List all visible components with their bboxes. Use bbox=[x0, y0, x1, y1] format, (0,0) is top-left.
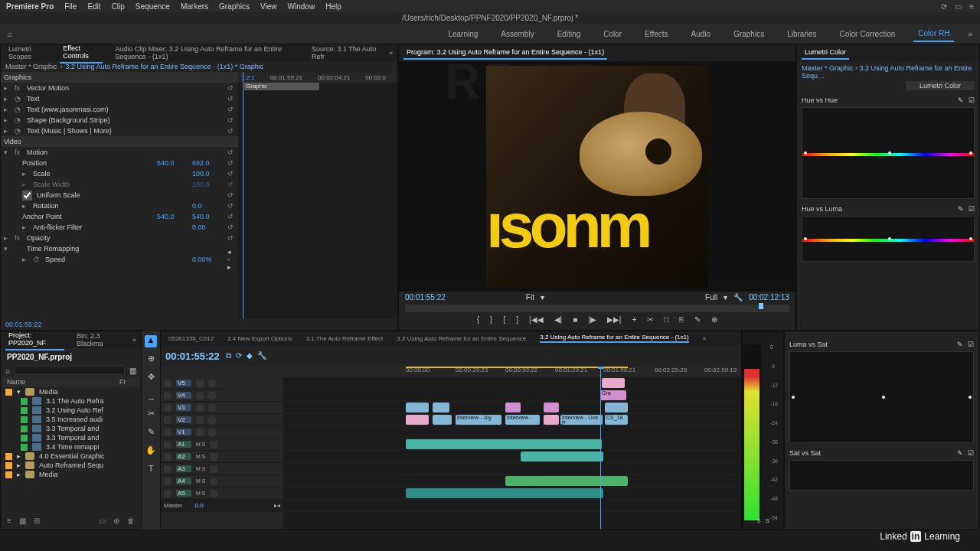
ws-color[interactable]: Color bbox=[599, 27, 626, 41]
tl-tab-3[interactable]: 3.2 Using Auto Reframe for an Entire Seq… bbox=[397, 335, 526, 342]
ec-mini-playhead[interactable] bbox=[243, 72, 243, 319]
ec-footer-timecode[interactable]: 00:01:55:22 bbox=[1, 319, 397, 330]
eyedropper-icon[interactable]: ✎ bbox=[958, 205, 964, 213]
audio-clip[interactable] bbox=[505, 476, 628, 486]
tab-effect-controls[interactable]: Effect Controls bbox=[60, 42, 103, 64]
ec-seq-link[interactable]: 3.2 Using Auto Reframe for an Entire Seq… bbox=[66, 63, 264, 70]
program-scrub-head[interactable] bbox=[759, 303, 763, 309]
tab-lumetri-color[interactable]: Lumetri Color bbox=[802, 46, 849, 60]
step-back-button[interactable]: |◀◀ bbox=[529, 315, 544, 324]
ec-scale-value[interactable]: 100.0 bbox=[192, 170, 223, 178]
type-tool[interactable]: T bbox=[145, 464, 157, 476]
track-lock[interactable] bbox=[164, 441, 172, 448]
ws-color-correction[interactable]: Color Correction bbox=[835, 27, 900, 41]
clip[interactable]: Interview - Joy bbox=[456, 415, 501, 425]
step-fwd-button[interactable]: ▶▶| bbox=[607, 315, 622, 324]
mac-menu-file[interactable]: File bbox=[64, 2, 77, 11]
ws-learning[interactable]: Learning bbox=[443, 27, 482, 41]
program-left-timecode[interactable]: 00:01:55:22 bbox=[405, 293, 446, 302]
settings-button[interactable]: ✎ bbox=[694, 315, 701, 324]
mac-menu-view[interactable]: View bbox=[260, 2, 277, 11]
track-v5[interactable]: V5 bbox=[176, 380, 191, 386]
new-item-button[interactable]: ⊕ bbox=[113, 517, 119, 525]
tab-audio-clip-mixer[interactable]: Audio Clip Mixer: 3.2 Using Auto Reframe… bbox=[112, 43, 299, 63]
audio-clip[interactable] bbox=[406, 488, 603, 498]
clip[interactable] bbox=[406, 415, 429, 425]
tl-tab-4[interactable]: 3.2 Using Auto Reframe for an Entire Seq… bbox=[540, 334, 688, 343]
ec-rotation-value[interactable]: 0.0 bbox=[192, 202, 223, 210]
ec-time-remapping[interactable]: Time Remapping bbox=[27, 245, 235, 253]
ec-text-url[interactable]: Text (www.jasonmasi.com) bbox=[27, 106, 223, 113]
track-lock[interactable] bbox=[164, 404, 172, 412]
mac-menu-markers[interactable]: Markers bbox=[181, 2, 208, 11]
mac-menu-window[interactable]: Window bbox=[288, 2, 315, 11]
col-name[interactable]: Name bbox=[7, 378, 119, 386]
track-a2[interactable]: A2 bbox=[176, 453, 191, 460]
proj-item[interactable]: ▸Auto Reframed Sequ bbox=[2, 461, 139, 470]
ws-effects[interactable]: Effects bbox=[640, 27, 672, 41]
lane-master[interactable] bbox=[283, 500, 741, 512]
mac-menu-clip[interactable]: Clip bbox=[112, 2, 125, 11]
track-eye[interactable] bbox=[196, 380, 204, 387]
proj-item[interactable]: ▸4.0 Essential Graphic bbox=[2, 452, 139, 461]
proj-item[interactable]: ▾Media bbox=[2, 387, 139, 396]
ec-uniform-scale-checkbox[interactable] bbox=[22, 191, 32, 201]
timeline-playhead[interactable] bbox=[600, 367, 601, 529]
chevron-down-icon[interactable]: ▾ bbox=[541, 293, 544, 302]
eyedropper-icon[interactable]: ✎ bbox=[958, 96, 964, 104]
clip[interactable] bbox=[605, 403, 628, 412]
lane-a4[interactable] bbox=[283, 475, 741, 487]
linked-toggle[interactable]: ⟳ bbox=[236, 351, 242, 360]
wrench-icon[interactable]: 🔧 bbox=[257, 351, 266, 360]
ec-opacity[interactable]: Opacity bbox=[27, 234, 223, 242]
ws-more[interactable]: » bbox=[968, 30, 972, 38]
ec-vector-motion[interactable]: Vector Motion bbox=[27, 84, 223, 92]
lane-v5[interactable] bbox=[283, 377, 741, 390]
tabs-more-icon[interactable]: » bbox=[703, 335, 706, 342]
timeline-ruler[interactable]: 00:00:00 00:00:29:23 00:00:59:22 00:01:2… bbox=[283, 367, 741, 377]
mac-menu-graphics[interactable]: Graphics bbox=[219, 2, 250, 11]
lane-a5[interactable] bbox=[283, 487, 741, 500]
eyedropper-icon[interactable]: ✎ bbox=[957, 341, 963, 348]
lane-v2[interactable]: Interview - Joy Interview - Interview - … bbox=[283, 414, 741, 426]
toggle-icon[interactable]: ☑ bbox=[968, 341, 974, 348]
icon-view-icon[interactable]: ▦ bbox=[19, 517, 26, 525]
lift-button[interactable]: + bbox=[632, 315, 636, 324]
ec-mini-clip[interactable]: Graphic bbox=[243, 83, 319, 90]
freeform-view-icon[interactable]: ⊞ bbox=[34, 517, 40, 525]
lane-a1[interactable] bbox=[283, 439, 741, 451]
track-master[interactable]: Master bbox=[164, 502, 182, 509]
ec-position-y[interactable]: 692.0 bbox=[192, 159, 223, 167]
ec-motion[interactable]: Motion bbox=[27, 148, 223, 156]
track-v1[interactable]: V1 bbox=[176, 429, 191, 435]
track-v3[interactable]: V3 bbox=[176, 404, 191, 411]
track-lock[interactable] bbox=[164, 380, 172, 387]
frame-fwd-button[interactable]: |▶ bbox=[588, 315, 596, 324]
tabs-more-icon[interactable]: » bbox=[389, 49, 393, 57]
track-v2[interactable]: V2 bbox=[176, 416, 191, 423]
hue-vs-luma-curve[interactable] bbox=[802, 216, 975, 262]
ws-libraries[interactable]: Libraries bbox=[782, 27, 821, 41]
lane-a2[interactable] bbox=[283, 451, 741, 463]
proj-item[interactable]: 3.3 Temporal and bbox=[2, 433, 139, 442]
trash-icon[interactable]: 🗑 bbox=[127, 517, 135, 525]
tab-source[interactable]: Source: 3.1 The Auto Refr bbox=[309, 43, 380, 63]
export-frame-button[interactable]: □ bbox=[664, 315, 668, 324]
proj-item[interactable]: 3.4 Time remappi bbox=[2, 442, 139, 452]
hand-tool[interactable]: ✋ bbox=[145, 445, 157, 458]
ws-editing[interactable]: Editing bbox=[553, 27, 586, 41]
proj-item[interactable]: ▸Media bbox=[2, 470, 139, 479]
tl-tab-1[interactable]: 2.4 New Export Options bbox=[227, 335, 292, 342]
wrench-icon[interactable]: 🔧 bbox=[733, 293, 743, 302]
clip[interactable] bbox=[505, 403, 521, 412]
track-a4[interactable]: A4 bbox=[176, 478, 191, 484]
mac-menu-sequence[interactable]: Sequence bbox=[136, 2, 170, 11]
clip[interactable] bbox=[544, 415, 559, 425]
menu-icon[interactable]: ≡ bbox=[969, 2, 974, 11]
razor-tool[interactable]: ⎯ bbox=[145, 390, 157, 403]
program-scrub-bar[interactable] bbox=[405, 305, 789, 312]
frame-back-button[interactable]: ◀| bbox=[554, 315, 563, 324]
new-bin-button[interactable]: ▭ bbox=[99, 517, 106, 525]
tabs-more-icon[interactable]: » bbox=[132, 336, 136, 344]
ws-assembly[interactable]: Assembly bbox=[496, 27, 538, 41]
